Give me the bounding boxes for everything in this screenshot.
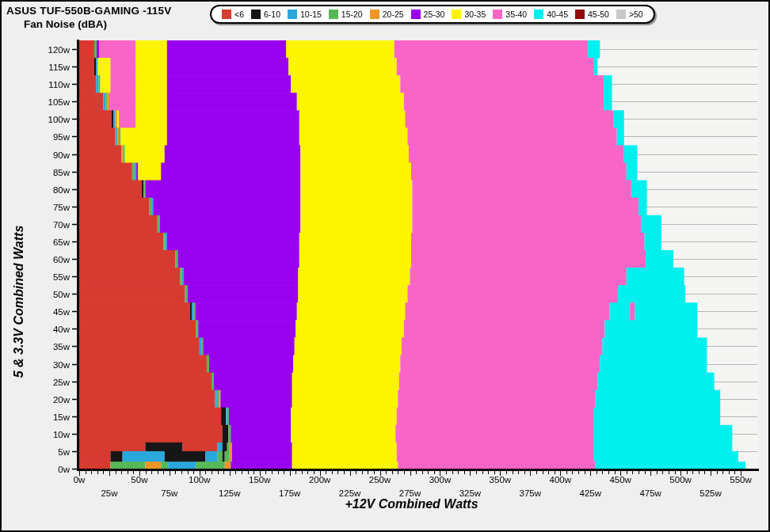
legend-label: 20-25 [383, 10, 404, 19]
legend-swatch [575, 10, 585, 19]
legend-label: 45-50 [588, 10, 609, 19]
legend-swatch [616, 10, 626, 19]
legend-item: 6-10 [251, 10, 280, 19]
legend-swatch [329, 10, 338, 19]
page-title: ASUS TUF-550B-GAMING -115V [6, 5, 172, 17]
legend-swatch [452, 10, 461, 19]
legend-label: 25-30 [424, 10, 445, 19]
legend-label: 10-15 [300, 10, 322, 19]
legend-item: 15-20 [329, 10, 363, 19]
legend-swatch [288, 10, 297, 19]
y-axis-title: 5 & 3.3V Combined Watts [12, 167, 29, 436]
x-axis-title: +12V Combined Watts [81, 497, 742, 511]
legend-item: 45-50 [575, 10, 609, 19]
page-subtitle: Fan Noise (dBA) [24, 18, 107, 30]
legend-label: 30-35 [464, 10, 486, 19]
legend-swatch [411, 10, 421, 19]
legend-swatch [251, 10, 261, 19]
legend-swatch [370, 10, 379, 19]
legend-label: 6-10 [264, 10, 280, 19]
legend-label: <6 [234, 10, 244, 19]
legend-label: 15-20 [341, 10, 363, 19]
legend-item: 35-40 [493, 10, 527, 19]
legend-item: 10-15 [288, 10, 322, 19]
legend-swatch [222, 10, 231, 19]
noise-band-legend: <66-1010-1515-2020-2525-3030-3535-4040-4… [210, 5, 655, 24]
legend-swatch [493, 10, 502, 19]
legend-item: 30-35 [452, 10, 486, 19]
legend-item: >50 [616, 10, 643, 19]
legend-item: 40-45 [534, 10, 568, 19]
legend-swatch [534, 10, 543, 19]
legend-label: 35-40 [505, 10, 527, 19]
legend-label: 40-45 [547, 10, 568, 19]
legend-item: <6 [222, 10, 244, 19]
noise-map-canvas [2, 2, 768, 530]
noise-map-chart: ASUS TUF-550B-GAMING -115V Fan Noise (dB… [0, 0, 770, 532]
legend-item: 20-25 [370, 10, 404, 19]
legend-item: 25-30 [411, 10, 445, 19]
legend-label: >50 [629, 10, 643, 19]
